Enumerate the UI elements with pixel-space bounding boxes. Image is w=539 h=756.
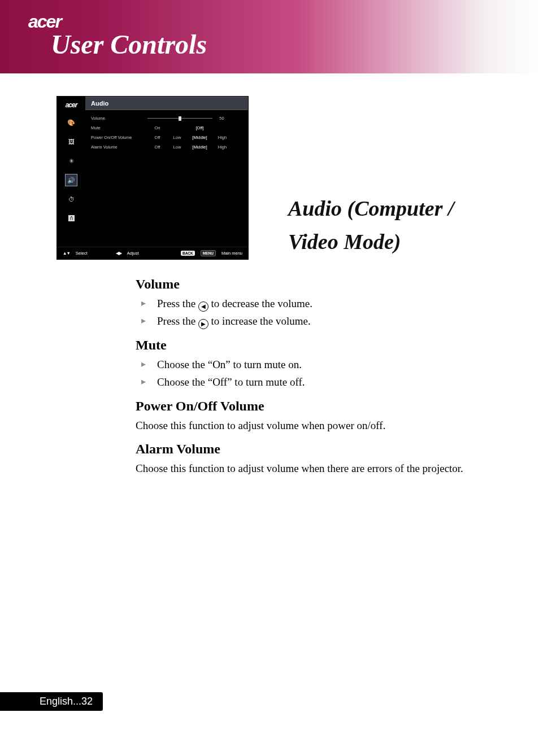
osd-rows: Volume 50 Mute On [ bbox=[85, 110, 248, 155]
osd-row-volume: Volume 50 bbox=[85, 113, 248, 123]
osd-power-label: Power On/Off Volume bbox=[91, 135, 147, 140]
page: acer User Controls acer 🎨 🖼 ✳ 🔊 ⏱ 🅰 Audi… bbox=[0, 0, 539, 756]
language-icon: 🅰 bbox=[66, 213, 77, 224]
osd-power-low: Low bbox=[167, 135, 187, 140]
slider-thumb bbox=[179, 116, 181, 121]
header-banner: acer User Controls bbox=[0, 0, 539, 73]
osd-alarm-middle-selected: [Middle] bbox=[187, 145, 212, 150]
osd-alarm-high: High bbox=[212, 145, 232, 150]
osd-alarm-off: Off bbox=[147, 145, 167, 150]
heading-mute: Mute bbox=[136, 338, 505, 353]
page-number-tab: English...32 bbox=[0, 692, 103, 711]
osd-power-off: Off bbox=[147, 135, 167, 140]
back-button-label: BACK bbox=[181, 251, 195, 256]
osd-mute-label: Mute bbox=[91, 125, 147, 130]
osd-mute-on: On bbox=[147, 125, 167, 130]
osd-power-middle-selected: [Middle] bbox=[187, 135, 212, 140]
osd-alarm-low: Low bbox=[167, 145, 187, 150]
content-area: acer 🎨 🖼 ✳ 🔊 ⏱ 🅰 Audio Volume bbox=[0, 73, 539, 477]
osd-mute-off-selected: [Off] bbox=[187, 125, 212, 130]
image-icon: 🖼 bbox=[66, 136, 77, 147]
osd-sidebar: acer 🎨 🖼 ✳ 🔊 ⏱ 🅰 bbox=[57, 97, 85, 247]
osd-header: Audio bbox=[85, 97, 248, 110]
osd-footer-adjust: Adjust bbox=[127, 251, 139, 256]
mute-bullet-on: Choose the “On” to turn mute on. bbox=[136, 356, 505, 373]
timer-icon: ⏱ bbox=[66, 194, 77, 205]
alarm-volume-paragraph: Choose this function to adjust volume wh… bbox=[136, 460, 505, 477]
up-down-arrows-icon: ▲▼ bbox=[63, 251, 70, 256]
mute-bullet-off: Choose the “Off” to turn mute off. bbox=[136, 374, 505, 390]
color-icon: 🎨 bbox=[66, 117, 77, 128]
menu-button-label: MENU bbox=[201, 250, 216, 256]
text-fragment: to increase the volume. bbox=[208, 315, 311, 327]
osd-row-power-volume: Power On/Off Volume Off Low [Middle] Hig… bbox=[85, 133, 248, 142]
text-fragment: Press the bbox=[157, 298, 198, 309]
osd-row-mute: Mute On [Off] bbox=[85, 123, 248, 133]
osd-footer: ▲▼ Select ◀▶ Adjust BACK MENU Main menu bbox=[57, 247, 248, 259]
text-fragment: to decrease the volume. bbox=[208, 298, 312, 309]
volume-list: Press the ◀ to decrease the volume. Pres… bbox=[136, 295, 505, 330]
heading-power-volume: Power On/Off Volume bbox=[136, 399, 505, 414]
osd-screenshot: acer 🎨 🖼 ✳ 🔊 ⏱ 🅰 Audio Volume bbox=[56, 96, 249, 260]
audio-icon: 🔊 bbox=[66, 174, 77, 186]
osd-brand-logo: acer bbox=[66, 101, 77, 109]
text-fragment: Press the bbox=[157, 315, 198, 327]
osd-volume-value: 50 bbox=[212, 116, 232, 121]
right-arrow-key-icon: ▶ bbox=[198, 319, 208, 329]
heading-alarm-volume: Alarm Volume bbox=[136, 442, 505, 457]
osd-row-alarm-volume: Alarm Volume Off Low [Middle] High bbox=[85, 142, 248, 152]
management-icon: ✳ bbox=[66, 155, 77, 167]
osd-panel: Audio Volume 50 Mute bbox=[85, 97, 248, 247]
osd-footer-main-menu: Main menu bbox=[221, 251, 242, 256]
osd-body-wrap: acer 🎨 🖼 ✳ 🔊 ⏱ 🅰 Audio Volume bbox=[57, 97, 248, 247]
heading-volume: Volume bbox=[136, 277, 505, 292]
section-title: Audio (Computer / Video Mode) bbox=[288, 192, 492, 259]
osd-volume-slider bbox=[147, 116, 212, 121]
left-arrow-key-icon: ◀ bbox=[198, 301, 208, 312]
slider-track bbox=[147, 118, 212, 119]
volume-bullet-decrease: Press the ◀ to decrease the volume. bbox=[136, 295, 505, 312]
osd-volume-label: Volume bbox=[91, 116, 147, 121]
osd-power-high: High bbox=[212, 135, 232, 140]
page-title: User Controls bbox=[51, 29, 539, 60]
left-right-arrows-icon: ◀▶ bbox=[116, 251, 121, 256]
mute-list: Choose the “On” to turn mute on. Choose … bbox=[136, 356, 505, 391]
osd-footer-select: Select bbox=[76, 251, 88, 256]
volume-bullet-increase: Press the ▶ to increase the volume. bbox=[136, 313, 505, 329]
body-text: Volume Press the ◀ to decrease the volum… bbox=[136, 277, 505, 477]
osd-alarm-label: Alarm Volume bbox=[91, 145, 147, 150]
power-volume-paragraph: Choose this function to adjust volume wh… bbox=[136, 417, 505, 434]
